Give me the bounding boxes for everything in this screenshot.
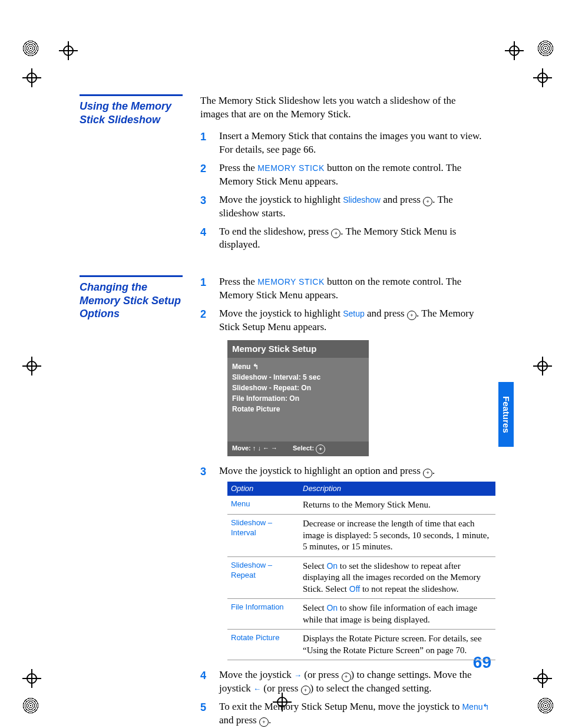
registration-mark-icon: [59, 41, 78, 60]
table-header: Option: [227, 482, 299, 496]
step-item: To end the slideshow, press +. The Memor…: [200, 225, 486, 252]
section-tab: Features: [498, 382, 514, 447]
table-header: Description: [299, 482, 495, 496]
option-desc: Select On to set the slideshow to repeat…: [299, 556, 495, 599]
section-heading: Using the Memory Stick Slideshow: [80, 100, 183, 126]
rosette-icon: [22, 697, 39, 714]
osd-title: Memory Stick Setup: [227, 340, 369, 358]
button-label: MEMORY STICK: [257, 163, 325, 173]
setting-value: Off: [349, 584, 360, 594]
table-row: Slideshow – Repeat Select On to set the …: [227, 556, 495, 599]
table-row: Slideshow – Interval Decrease or increas…: [227, 515, 495, 557]
step-item: To exit the Memory Stick Setup Menu, mov…: [200, 700, 495, 727]
step-item: Move the joystick to highlight Slideshow…: [200, 193, 486, 220]
enter-button-icon: +: [316, 444, 325, 454]
menu-option-label: Setup: [343, 309, 365, 318]
step-item: Press the MEMORY STICK button on the rem…: [200, 275, 495, 302]
registration-mark-icon: [22, 669, 41, 688]
registration-mark-icon: [533, 357, 552, 375]
option-desc: Select On to show file information of ea…: [299, 599, 495, 630]
registration-mark-icon: [22, 68, 41, 87]
section-rule: [80, 94, 183, 96]
osd-item: File Information: On: [232, 393, 364, 404]
step-item: Move the joystick → (or press +) to chan…: [200, 668, 495, 696]
table-row: Menu Returns to the Memory Stick Menu.: [227, 496, 495, 515]
enter-button-icon: +: [342, 673, 351, 682]
step-item: Press the MEMORY STICK button on the rem…: [200, 162, 486, 189]
step-item: Move the joystick to highlight an option…: [200, 465, 495, 660]
section-heading: Changing the Memory Stick Setup Options: [80, 281, 183, 321]
option-name: File Information: [227, 599, 299, 630]
osd-item: Rotate Picture: [232, 404, 364, 414]
options-table: Option Description Menu Returns to the M…: [227, 482, 495, 660]
osd-item: Slideshow - Interval: 5 sec: [232, 372, 364, 383]
option-name: Slideshow – Repeat: [227, 556, 299, 599]
osd-screenshot: Memory Stick Setup Menu ↰ Slideshow - In…: [227, 340, 369, 456]
option-name: Rotate Picture: [227, 630, 299, 660]
rosette-icon: [537, 40, 554, 57]
osd-body: Menu ↰ Slideshow - Interval: 5 sec Slide…: [227, 358, 369, 442]
enter-button-icon: +: [301, 686, 310, 695]
setting-value: On: [326, 603, 338, 612]
setting-value: On: [326, 561, 338, 571]
registration-mark-icon: [533, 669, 552, 688]
rosette-icon: [22, 40, 39, 57]
osd-footer: Move: ↑ ↓ ← → Select: +: [227, 442, 369, 456]
rosette-icon: [537, 697, 554, 714]
enter-button-icon: +: [423, 197, 432, 206]
option-desc: Decrease or increase the length of time …: [299, 515, 495, 557]
enter-button-icon: +: [423, 469, 432, 478]
registration-mark-icon: [22, 357, 41, 375]
option-desc: Returns to the Memory Stick Menu.: [299, 496, 495, 515]
registration-mark-icon: [533, 68, 552, 87]
menu-option-label: Slideshow: [343, 195, 381, 205]
arrow-right-icon: →: [294, 671, 302, 680]
step-item: Insert a Memory Stick that contains the …: [200, 130, 486, 157]
option-name: Menu: [227, 496, 299, 515]
intro-text: The Memory Stick Slideshow lets you watc…: [200, 94, 486, 121]
section-rule: [80, 275, 183, 277]
arrow-icons: ↑ ↓ ← →: [253, 444, 277, 452]
table-row: Rotate Picture Displays the Rotate Pictu…: [227, 630, 495, 660]
registration-mark-icon: [505, 41, 524, 60]
osd-item: Slideshow - Repeat: On: [232, 383, 364, 393]
option-desc: Displays the Rotate Picture screen. For …: [299, 630, 495, 660]
return-icon: ↰: [482, 702, 490, 711]
menu-option-label: Menu: [462, 702, 482, 711]
button-label: MEMORY STICK: [257, 277, 325, 286]
enter-button-icon: +: [331, 229, 340, 238]
step-item: Move the joystick to highlight Setup and…: [200, 307, 495, 456]
option-name: Slideshow – Interval: [227, 515, 299, 557]
enter-button-icon: +: [407, 311, 416, 320]
osd-item: Menu ↰: [232, 361, 364, 372]
arrow-left-icon: ←: [253, 684, 261, 693]
table-row: File Information Select On to show file …: [227, 599, 495, 630]
enter-button-icon: +: [259, 717, 269, 727]
